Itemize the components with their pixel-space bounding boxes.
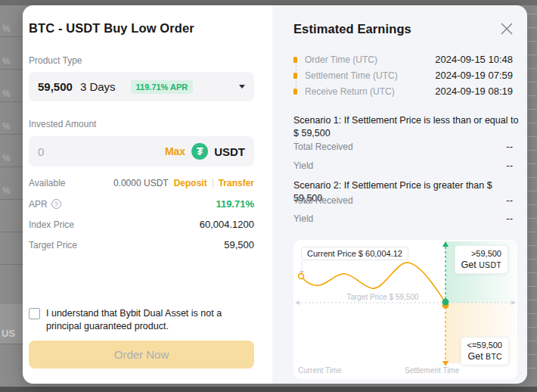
apr-row: APR ? 119.71%: [29, 198, 254, 210]
amount-placeholder: 0: [38, 145, 44, 158]
x-axis-current-time: Current Time: [298, 366, 342, 375]
backdrop-left-table: % % % % % % US: [0, 5, 23, 384]
index-price-label: Index Price: [29, 219, 74, 230]
current-price-tag: Current Price $ 60,004.12: [301, 247, 408, 260]
total-received-label: Total Received: [293, 195, 353, 206]
target-price-tag: Target Price $ 59,500: [337, 293, 428, 301]
settlement-time-value: 2024-09-19 07:59: [435, 70, 513, 81]
deposit-link[interactable]: Deposit: [174, 178, 207, 188]
backdrop-row-divider: [0, 134, 23, 135]
timeline-row: Order Time (UTC) 2024-09-15 10:48: [293, 54, 513, 65]
x-axis-settlement-time: Settlement Time: [405, 366, 459, 375]
timeline-row: Receive Return (UTC) 2024-09-19 08:19: [293, 86, 513, 97]
yield-value: --: [506, 160, 513, 171]
target-price-value: 59,500: [224, 239, 254, 250]
backdrop-row-divider: [0, 36, 23, 37]
total-received-value: --: [506, 141, 513, 152]
backdrop-percent: %: [2, 56, 11, 67]
asset-label: BTC: [486, 352, 502, 361]
apr-badge: 119.71% APR: [131, 80, 194, 94]
backdrop-row-divider: [0, 232, 23, 232]
term-length: 3 Days: [80, 80, 116, 93]
divider: [213, 179, 213, 188]
product-type-label: Product Type: [29, 55, 82, 66]
order-time-label: Order Time (UTC): [305, 54, 377, 65]
backdrop-percent: %: [2, 153, 11, 163]
below-target-outcome: <=59,500 Get BTC: [461, 337, 510, 366]
apr-label: APR: [29, 199, 48, 210]
scenario2-yield-row: Yield --: [293, 213, 513, 224]
backdrop-percent: %: [2, 89, 11, 99]
timeline-bullet-icon: [293, 73, 297, 79]
order-form-panel: BTC - USDT Buy Low Order Product Type 59…: [23, 5, 272, 384]
backdrop-right-table: [527, 5, 537, 384]
total-received-value: --: [506, 194, 513, 206]
info-tooltip-icon[interactable]: ?: [51, 199, 61, 209]
target-price-label: Target Price: [29, 240, 77, 250]
invested-amount-label: Invested Amount: [29, 119, 96, 129]
backdrop-percent: %: [2, 23, 11, 34]
asset-label: USDT: [479, 260, 501, 269]
order-time-value: 2024-09-15 10:48: [435, 54, 513, 65]
settlement-time-label: Settlement Time (UTC): [305, 70, 398, 81]
backdrop-row-divider: [0, 69, 23, 70]
apr-value: 119.71%: [216, 198, 254, 210]
condition-text: >59,500: [461, 248, 501, 260]
product-type-select[interactable]: 59,500 3 Days 119.71% APR: [29, 72, 254, 101]
yield-label: Yield: [293, 213, 313, 224]
estimated-earnings-panel: Estimated Earnings Order Time (UTC) 2024…: [272, 5, 527, 384]
dialog-title: BTC - USDT Buy Low Order: [29, 21, 194, 36]
scenario1-total-row: Total Received --: [293, 141, 513, 152]
backdrop-row-divider: [0, 166, 23, 167]
above-target-outcome: >59,500 Get USDT: [455, 245, 508, 274]
index-price-row: Index Price 60,004.1200: [29, 219, 254, 230]
strike-price: 59,500: [38, 80, 73, 93]
backdrop-percent: %: [2, 121, 11, 132]
usdt-coin-icon: ₮: [191, 143, 208, 160]
earnings-title: Estimated Earnings: [293, 22, 411, 36]
backdrop-row-divider: [0, 264, 23, 265]
index-price-value: 60,004.1200: [200, 219, 254, 230]
scenario1-yield-row: Yield --: [293, 160, 513, 171]
disclaimer-row: I understand that Bybit Dual Asset is no…: [29, 307, 259, 333]
receive-return-label: Receive Return (UTC): [305, 86, 395, 97]
condition-text: <=59,500: [467, 340, 503, 351]
backdrop-bottom-bar: [0, 387, 537, 392]
chevron-down-icon: [239, 85, 245, 89]
get-label: Get: [467, 351, 483, 362]
target-price-row: Target Price 59,500: [29, 239, 254, 250]
yield-value: --: [506, 213, 513, 224]
settlement-chart: Current Price $ 60,004.12 Target Price $…: [293, 240, 517, 379]
transfer-link[interactable]: Transfer: [219, 178, 254, 188]
order-now-button[interactable]: Order Now: [29, 341, 254, 369]
available-row: Available 0.0000 USDT Deposit Transfer: [29, 178, 254, 188]
currency-label: USDT: [214, 145, 245, 158]
available-value: 0.0000 USDT: [113, 178, 169, 188]
backdrop-partial-text: US: [2, 328, 15, 339]
scenario1-heading: Scenario 1: If Settlement Price is less …: [293, 114, 523, 140]
backdrop-row-divider: [0, 101, 23, 102]
backdrop-row-divider: [0, 199, 23, 200]
agree-checkbox[interactable]: [29, 308, 40, 319]
dual-asset-order-dialog: BTC - USDT Buy Low Order Product Type 59…: [23, 5, 527, 384]
disclaimer-text: I understand that Bybit Dual Asset is no…: [46, 307, 259, 333]
amount-input[interactable]: 0 Max ₮ USDT: [29, 136, 254, 166]
max-button[interactable]: Max: [165, 145, 185, 157]
screen: % % % % % % US: [0, 0, 537, 392]
get-label: Get: [461, 260, 476, 270]
backdrop-top-strip: [0, 0, 537, 5]
scenario2-total-row: Total Received --: [293, 194, 513, 206]
backdrop-row-divider: [0, 344, 23, 344]
receive-return-value: 2024-09-19 08:19: [435, 86, 513, 97]
timeline-bullet-icon: [293, 57, 297, 63]
available-label: Available: [29, 178, 65, 188]
yield-label: Yield: [293, 160, 313, 171]
close-icon[interactable]: [499, 21, 514, 36]
timeline-bullet-icon: [293, 89, 297, 95]
total-received-label: Total Received: [293, 142, 353, 152]
backdrop-percent: %: [2, 185, 11, 196]
timeline-row: Settlement Time (UTC) 2024-09-19 07:59: [293, 70, 513, 81]
